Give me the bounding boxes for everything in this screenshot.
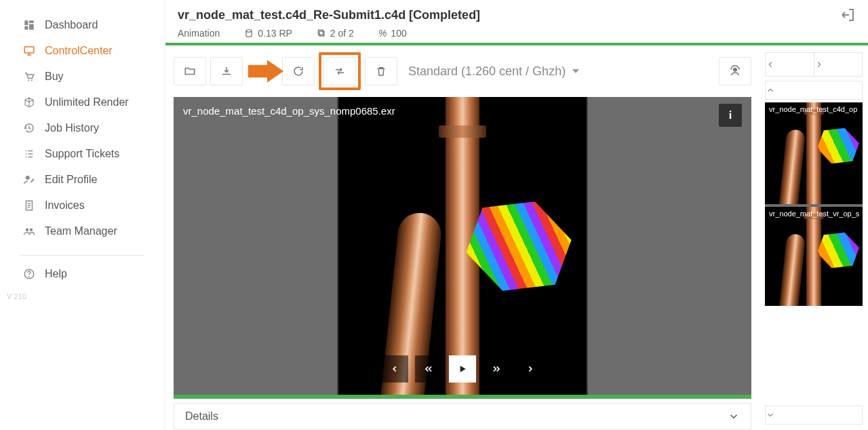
sidebar-item-dashboard[interactable]: Dashboard	[0, 12, 165, 38]
svg-point-13	[246, 30, 252, 33]
help-icon	[23, 268, 45, 280]
sidebar-item-help[interactable]: Help	[0, 261, 165, 287]
meta-rp: 0.13 RP	[244, 28, 292, 39]
frame-filename: vr_node_mat_test_c4d_op_sys_nomp0685.exr	[183, 105, 395, 117]
chevron-down-icon	[728, 410, 740, 423]
svg-rect-15	[318, 30, 323, 35]
dashboard-icon	[23, 19, 45, 31]
details-toggle[interactable]: Details	[174, 403, 751, 430]
svg-rect-4	[24, 47, 34, 53]
prev-frame-button[interactable]	[381, 355, 408, 383]
annotation-arrow	[247, 58, 285, 85]
sidebar-item-edit-profile[interactable]: Edit Profile	[0, 167, 165, 193]
divider	[20, 255, 144, 256]
svg-rect-2	[29, 24, 34, 30]
chevron-down-icon	[572, 69, 579, 73]
sidebar-item-label: ControlCenter	[45, 45, 113, 57]
svg-point-10	[30, 229, 33, 232]
exit-button[interactable]	[840, 7, 856, 23]
prev-job-button[interactable]	[766, 53, 814, 76]
sidebar-item-label: Help	[45, 268, 67, 280]
sidebar-item-unlimited-render[interactable]: Unlimited Render	[0, 90, 165, 115]
next-frame-button[interactable]	[517, 355, 544, 383]
sidebar-item-label: Job History	[45, 122, 99, 134]
page-title: vr_node_mat_test.c4d_Re-Submit1.c4d [Com…	[178, 8, 856, 22]
download-button[interactable]	[210, 57, 243, 85]
monitor-icon	[23, 45, 45, 57]
percent-icon: %	[378, 28, 387, 39]
svg-point-7	[26, 176, 30, 180]
svg-rect-3	[24, 26, 28, 30]
toolbar: Standard (1.260 cent / Ghzh)	[165, 45, 760, 97]
sidebar-item-buy[interactable]: Buy	[0, 64, 165, 90]
thumb-label: vr_node_mat_test_vr_op_s	[769, 210, 859, 218]
scroll-up-button[interactable]	[765, 81, 863, 100]
thumbnail-list: vr_node_mat_test_c4d_op vr_node_mat_test…	[765, 102, 863, 306]
main: vr_node_mat_test.c4d_Re-Submit1.c4d [Com…	[165, 0, 868, 430]
sidebar-item-controlcenter[interactable]: ControlCenter	[0, 38, 165, 64]
database-icon	[244, 28, 254, 38]
info-button[interactable]: i	[719, 104, 742, 127]
rewind-button[interactable]	[415, 355, 442, 383]
sidebar: Dashboard ControlCenter Buy Unlimited Re…	[0, 0, 165, 430]
list-icon	[23, 148, 45, 160]
details-label: Details	[185, 410, 218, 423]
version-label: V 210	[0, 287, 165, 306]
sidebar-item-team-manager[interactable]: Team Manager	[0, 218, 165, 244]
cart-icon	[23, 71, 45, 83]
team-icon	[23, 225, 45, 237]
dropdown-label: Standard (1.260 cent / Ghzh)	[408, 64, 566, 79]
svg-point-9	[26, 229, 29, 232]
sidebar-item-label: Invoices	[45, 199, 85, 212]
sidebar-item-job-history[interactable]: Job History	[0, 115, 165, 141]
preview-area: vr_node_mat_test_c4d_op_sys_nomp0685.exr…	[174, 97, 751, 395]
svg-point-16	[733, 68, 737, 72]
preview-progress-bar	[174, 395, 751, 399]
thumb-label: vr_node_mat_test_c4d_op	[769, 105, 857, 113]
user-edit-icon	[23, 174, 45, 186]
playbar	[381, 355, 544, 383]
meta-frames: 2 of 2	[317, 28, 354, 39]
render-canvas	[174, 97, 751, 395]
stack-icon	[317, 28, 326, 38]
sidebar-item-label: Support Tickets	[45, 148, 119, 160]
resubmit-button[interactable]	[323, 57, 356, 85]
right-panel: vr_node_mat_test_c4d_op vr_node_mat_test…	[760, 45, 868, 430]
priority-dropdown[interactable]: Standard (1.260 cent / Ghzh)	[401, 64, 586, 79]
cube-icon	[23, 96, 45, 109]
svg-point-5	[28, 79, 29, 81]
svg-point-12	[28, 276, 30, 277]
meta-percent: % 100	[378, 28, 407, 39]
thumbnail-item[interactable]: vr_node_mat_test_c4d_op	[765, 102, 863, 204]
sidebar-item-label: Unlimited Render	[45, 96, 129, 109]
annotation-highlight	[319, 52, 361, 90]
history-icon	[23, 122, 45, 134]
sidebar-item-label: Edit Profile	[45, 174, 97, 186]
thumbnail-item[interactable]: vr_node_mat_test_vr_op_s	[765, 204, 863, 306]
play-button[interactable]	[449, 355, 476, 383]
svg-rect-1	[29, 20, 34, 23]
refresh-button[interactable]	[282, 57, 315, 85]
support-button[interactable]	[719, 57, 751, 85]
next-job-button[interactable]	[814, 53, 863, 76]
sidebar-item-label: Dashboard	[45, 19, 98, 31]
header: vr_node_mat_test.c4d_Re-Submit1.c4d [Com…	[165, 0, 868, 43]
invoice-icon	[23, 199, 45, 212]
meta-type: Animation	[178, 28, 220, 39]
scroll-down-button[interactable]	[765, 406, 863, 425]
sidebar-item-invoices[interactable]: Invoices	[0, 193, 165, 218]
sidebar-item-label: Team Manager	[45, 225, 117, 237]
open-folder-button[interactable]	[174, 57, 206, 85]
delete-button[interactable]	[365, 57, 397, 85]
svg-point-6	[31, 79, 33, 81]
forward-button[interactable]	[483, 355, 510, 383]
svg-rect-14	[319, 31, 324, 36]
sidebar-item-support-tickets[interactable]: Support Tickets	[0, 141, 165, 167]
sidebar-item-label: Buy	[45, 71, 64, 83]
svg-rect-0	[24, 20, 28, 25]
